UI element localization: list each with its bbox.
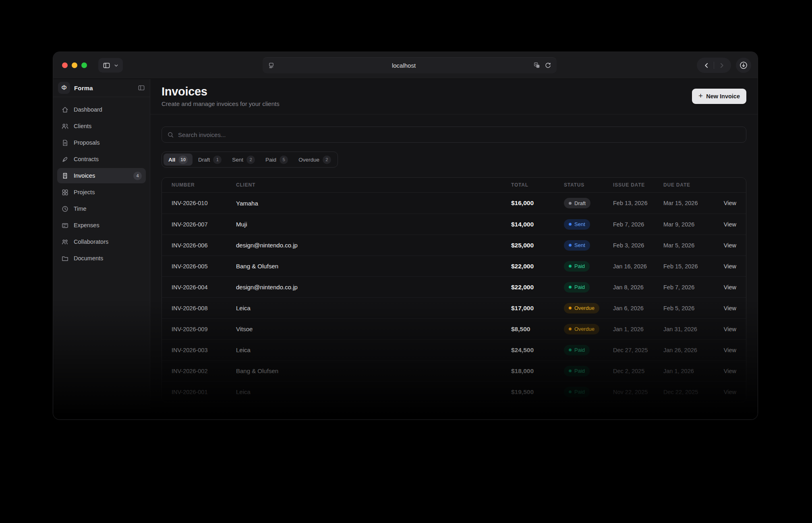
invoice-row[interactable]: INV-2026-006 design@nintendo.co.jp $25,0… [162,235,746,255]
sidebar-item-collaborators[interactable]: Collaborators [57,234,146,249]
sidebar-item-time[interactable]: Time [57,201,146,216]
reload-icon[interactable] [545,62,551,69]
status-badge: Paid [564,345,590,355]
sidebar-header: Φ Forma [53,79,150,97]
view-invoice-link[interactable]: View [714,200,736,206]
invoice-client: Bang & Olufsen [236,367,511,374]
users-icon [61,122,69,130]
downloads-button[interactable] [736,58,751,73]
page-settings-icon[interactable] [268,62,275,69]
table-body: INV-2026-010 Yamaha $16,000 Draft Feb 13… [162,193,746,402]
status-filter-tabs: All 10 Draft 1 Sent 2 Paid 5 Overdue 2 [162,152,338,168]
sidebar-item-expenses[interactable]: Expenses [57,218,146,233]
invoice-total: $22,000 [511,263,564,270]
forma-logo: Φ [58,82,70,94]
column-header: TOTAL [511,182,564,188]
invoice-number: INV-2026-002 [172,368,236,374]
invoice-row[interactable]: INV-2026-003 Leica $24,500 Paid Dec 27, … [162,339,746,360]
status-dot-icon [569,202,572,205]
status-badge: Paid [564,366,590,376]
invoice-row[interactable]: INV-2026-009 Vitsoe $8,500 Overdue Jan 1… [162,318,746,339]
browser-titlebar: localhost [53,52,758,79]
sidebar-item-documents[interactable]: Documents [57,251,146,266]
column-header: CLIENT [236,182,511,188]
collapse-sidebar-button[interactable] [138,84,145,91]
invoice-row[interactable]: INV-2026-008 Leica $17,000 Overdue Jan 6… [162,297,746,318]
invoice-row[interactable]: INV-2026-007 Muji $14,000 Sent Feb 7, 20… [162,214,746,235]
invoice-number: INV-2026-010 [172,200,236,206]
invoice-total: $8,500 [511,326,564,333]
page-header: Invoices Create and manage invoices for … [150,79,758,114]
column-header: NUMBER [172,182,236,188]
invoice-due-date: Feb 5, 2026 [663,305,714,311]
sidebar-item-label: Documents [74,255,103,262]
invoice-client: design@nintendo.co.jp [236,284,511,291]
sidebar-toggle-button[interactable] [98,58,123,73]
invoice-issue-date: Nov 22, 2025 [613,389,663,395]
sidebar-item-label: Dashboard [74,106,102,113]
sidebar-item-label: Time [74,205,87,212]
filter-tab-overdue[interactable]: Overdue 2 [294,154,336,166]
invoice-issue-date: Feb 7, 2026 [613,221,663,228]
invoice-total: $14,000 [511,221,564,228]
sidebar-item-label: Invoices [74,172,95,179]
invoice-due-date: Mar 5, 2026 [663,242,714,249]
filter-tab-count: 2 [246,156,255,164]
view-invoice-link[interactable]: View [714,347,736,353]
sidebar-item-proposals[interactable]: Proposals [57,135,146,150]
view-invoice-link[interactable]: View [714,389,736,395]
view-invoice-link[interactable]: View [714,368,736,374]
invoice-row[interactable]: INV-2026-001 Leica $19,500 Paid Nov 22, … [162,381,746,402]
invoice-row[interactable]: INV-2026-005 Bang & Olufsen $22,000 Paid… [162,255,746,276]
invoice-row[interactable]: INV-2026-002 Bang & Olufsen $18,000 Paid… [162,360,746,381]
status-badge: Paid [564,387,590,397]
invoice-icon [61,172,69,180]
translate-icon[interactable] [533,62,541,69]
brand-name: Forma [74,85,93,91]
forward-button[interactable] [714,58,729,73]
sidebar-item-invoices[interactable]: Invoices 4 [57,168,146,183]
view-invoice-link[interactable]: View [714,326,736,332]
view-invoice-link[interactable]: View [714,263,736,270]
view-invoice-link[interactable]: View [714,242,736,249]
invoice-number: INV-2026-009 [172,326,236,332]
close-window-button[interactable] [62,62,68,68]
filter-tab-draft[interactable]: Draft 1 [193,154,226,166]
sidebar-item-label: Clients [74,123,91,129]
plus-icon: + [698,92,703,100]
invoice-row[interactable]: INV-2026-004 design@nintendo.co.jp $22,0… [162,276,746,297]
sidebar-item-contracts[interactable]: Contracts [57,152,146,167]
view-invoice-link[interactable]: View [714,221,736,228]
sidebar-nav: Dashboard Clients Proposals Contracts In… [53,97,150,271]
invoice-total: $16,000 [511,199,564,207]
filter-tab-paid[interactable]: Paid 5 [261,154,293,166]
filter-tab-label: All [168,157,175,163]
minimize-window-button[interactable] [72,62,77,68]
status-dot-icon [569,223,572,226]
folder-icon [61,255,69,262]
sidebar-item-projects[interactable]: Projects [57,185,146,200]
address-bar[interactable]: localhost [263,57,557,73]
filter-tab-all[interactable]: All 10 [164,154,193,166]
invoice-client: Muji [236,221,511,228]
invoice-issue-date: Jan 1, 2026 [613,326,663,332]
invoice-row[interactable]: INV-2026-010 Yamaha $16,000 Draft Feb 13… [162,193,746,214]
new-invoice-button[interactable]: + New Invoice [692,89,746,104]
filter-tab-sent[interactable]: Sent 2 [227,154,260,166]
invoice-due-date: Jan 26, 2026 [663,347,714,353]
sidebar-item-label: Projects [74,189,95,195]
window-controls [62,62,87,68]
sidebar-item-clients[interactable]: Clients [57,118,146,134]
invoice-due-date: Jan 1, 2026 [663,368,714,374]
sidebar-item-dashboard[interactable]: Dashboard [57,102,146,117]
search-input[interactable] [178,131,741,138]
view-invoice-link[interactable]: View [714,305,736,311]
view-invoice-link[interactable]: View [714,284,736,291]
invoice-due-date: Dec 22, 2025 [663,389,714,395]
back-button[interactable] [699,58,714,73]
invoice-issue-date: Jan 16, 2026 [613,263,663,270]
browser-sidebar-icon [103,62,110,69]
zoom-window-button[interactable] [81,62,87,68]
history-navigation [697,58,731,73]
status-badge: Overdue [564,303,599,313]
